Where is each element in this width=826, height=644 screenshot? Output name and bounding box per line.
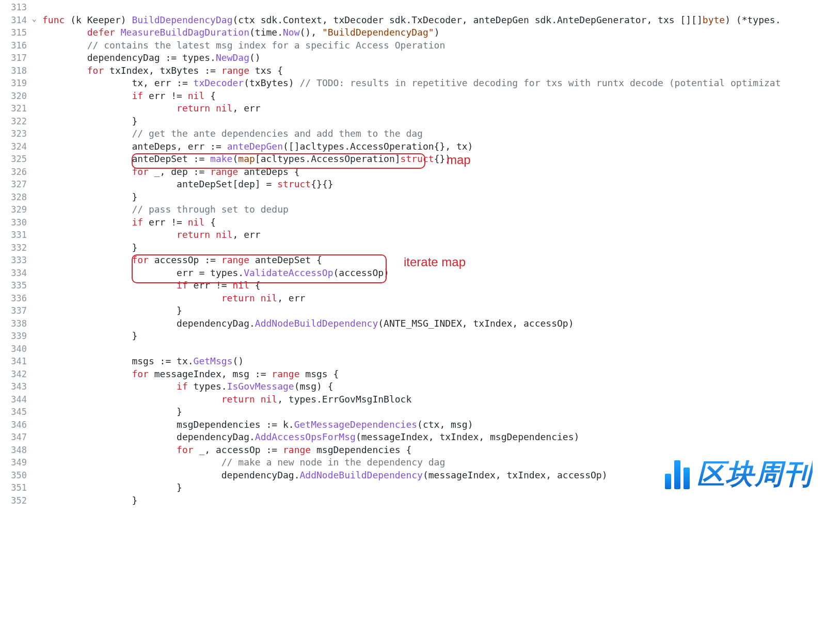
code-line: } <box>42 330 826 343</box>
line-number: 343 <box>0 380 32 393</box>
code-line: dependencyDag.AddNodeBuildDependency(ANT… <box>42 317 826 330</box>
line-number: 336 <box>0 292 32 305</box>
line-number: 324 <box>0 140 32 153</box>
line-number-gutter: 3133143153163173183193203213223233243253… <box>0 0 32 507</box>
line-number: 329 <box>0 203 32 216</box>
code-line: return nil, err <box>42 229 826 242</box>
watermark-bars-icon <box>665 460 690 489</box>
code-line: anteDepSet[dep] = struct{}{} <box>42 178 826 191</box>
line-number: 322 <box>0 115 32 128</box>
code-line: for txIndex, txBytes := range txs { <box>42 65 826 77</box>
code-line: for _, accessOp := range msgDependencies… <box>42 444 826 457</box>
line-number: 330 <box>0 216 32 229</box>
code-line: } <box>42 242 826 254</box>
line-number: 352 <box>0 494 32 507</box>
code-line: for messageIndex, msg := range msgs { <box>42 368 826 381</box>
line-number: 337 <box>0 304 32 317</box>
code-line: // pass through set to dedup <box>42 203 826 216</box>
line-number: 349 <box>0 456 32 469</box>
line-number: 331 <box>0 229 32 242</box>
line-number: 319 <box>0 77 32 90</box>
code-line: anteDeps, err := anteDepGen([]acltypes.A… <box>42 140 826 153</box>
code-line: if err != nil { <box>42 216 826 229</box>
line-number: 323 <box>0 127 32 140</box>
line-number: 335 <box>0 279 32 292</box>
fold-chevron-icon[interactable]: ⌄ <box>32 14 36 23</box>
line-number: 347 <box>0 431 32 444</box>
code-line: // get the ante dependencies and add the… <box>42 127 826 140</box>
line-number: 342 <box>0 368 32 381</box>
code-line <box>42 1 826 14</box>
line-number: 321 <box>0 102 32 115</box>
code-line: defer MeasureBuildDagDuration(time.Now()… <box>42 26 826 39</box>
code-line: return nil, err <box>42 102 826 115</box>
line-number: 344 <box>0 393 32 406</box>
code-line: } <box>42 191 826 204</box>
line-number: 339 <box>0 330 32 343</box>
code-line: dependencyDag := types.NewDag() <box>42 52 826 65</box>
line-number: 334 <box>0 267 32 280</box>
code-line: if types.IsGovMessage(msg) { <box>42 380 826 393</box>
annotation-map: map <box>447 153 471 167</box>
line-number: 328 <box>0 191 32 204</box>
line-number: 313 <box>0 1 32 14</box>
line-number: 317 <box>0 52 32 65</box>
line-number: 316 <box>0 39 32 52</box>
line-number: 326 <box>0 166 32 179</box>
code-line: dependencyDag.AddAccessOpsForMsg(message… <box>42 431 826 444</box>
code-line: anteDepSet := make(map[acltypes.AccessOp… <box>42 153 826 166</box>
code-line: } <box>42 494 826 507</box>
code-line: return nil, err <box>42 292 826 305</box>
code-line: } <box>42 406 826 418</box>
line-number: 315 <box>0 26 32 39</box>
line-number: 346 <box>0 418 32 431</box>
code-line: if err != nil { <box>42 90 826 103</box>
line-number: 351 <box>0 481 32 494</box>
code-line: msgDependencies := k.GetMessageDependenc… <box>42 418 826 431</box>
line-number: 332 <box>0 242 32 254</box>
line-number: 325 <box>0 153 32 166</box>
code-line: func (k Keeper) BuildDependencyDag(ctx s… <box>42 14 826 27</box>
line-number: 340 <box>0 343 32 356</box>
line-number: 350 <box>0 469 32 482</box>
line-number: 341 <box>0 355 32 368</box>
annotation-iterate-map: iterate map <box>404 255 466 269</box>
code-line: tx, err := txDecoder(txBytes) // TODO: r… <box>42 77 826 90</box>
code-line: for _, dep := range anteDeps { <box>42 166 826 179</box>
code-line: // contains the latest msg index for a s… <box>42 39 826 52</box>
code-line: } <box>42 304 826 317</box>
line-number: 318 <box>0 65 32 77</box>
line-number: 314 <box>0 14 32 27</box>
code-line: if err != nil { <box>42 279 826 292</box>
line-number: 345 <box>0 406 32 418</box>
code-area[interactable]: func (k Keeper) BuildDependencyDag(ctx s… <box>32 0 826 507</box>
line-number: 338 <box>0 317 32 330</box>
watermark-text: 区块周刊 <box>697 456 813 493</box>
line-number: 320 <box>0 90 32 103</box>
line-number: 333 <box>0 254 32 267</box>
code-line: msgs := tx.GetMsgs() <box>42 355 826 368</box>
line-number: 327 <box>0 178 32 191</box>
watermark: 区块周刊 <box>665 456 813 493</box>
line-number: 348 <box>0 444 32 457</box>
code-line: return nil, types.ErrGovMsgInBlock <box>42 393 826 406</box>
code-line: } <box>42 115 826 128</box>
code-editor: 3133143153163173183193203213223233243253… <box>0 0 826 507</box>
code-line <box>42 343 826 356</box>
